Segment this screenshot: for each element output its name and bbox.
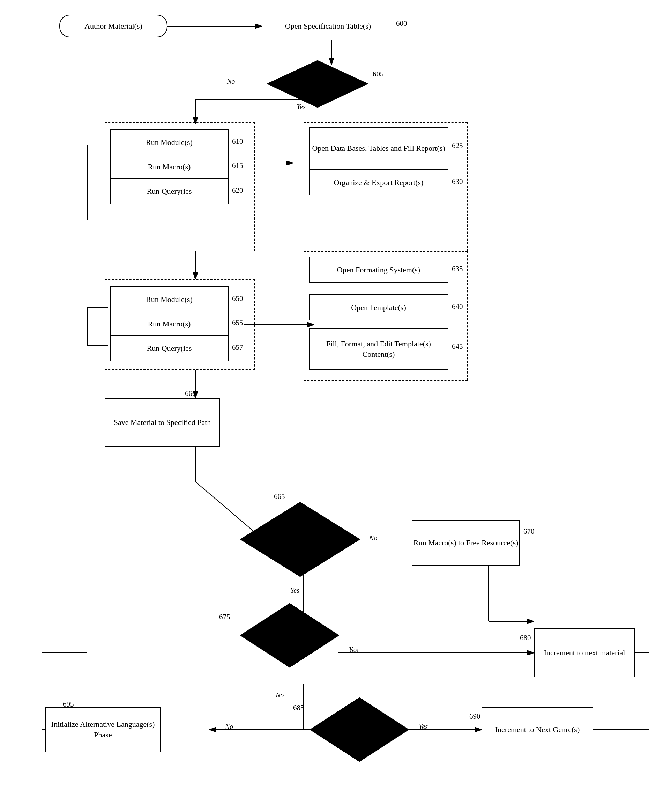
organize-label: Organize & Export Report(s) [334,177,424,188]
yes3-label: Yes [349,646,358,654]
run-macro-free-num: 670 [524,527,535,536]
open-template-num: 640 [452,302,463,311]
organize-node: Organize & Export Report(s) [309,169,448,196]
run-module1-num: 610 [232,137,243,146]
run-macro1-label: Run Macro(s) [148,162,191,172]
increment-genre-num: 690 [469,712,480,721]
more-material-diamond: More Material? [237,600,342,670]
material-specified-diamond: Material Specified? [265,58,370,109]
run-query1-num: 620 [232,186,243,195]
yes2-label: Yes [290,587,299,595]
run-module1-node: Run Module(s) [110,129,228,156]
increment-material-node: Increment to next material [534,628,635,677]
arrows-svg [0,0,663,812]
save-material-num-label: 660 [185,389,196,398]
run-macro2-label: Run Macro(s) [148,319,191,329]
open-format-node: Open Formating System(s) [309,256,448,283]
yes1-label: Yes [297,103,306,111]
no2-label: No [369,534,377,542]
fill-format-num: 645 [452,342,463,351]
run-module2-label: Run Module(s) [146,294,192,305]
more-material-num: 675 [219,613,230,621]
material-specified-num: 605 [373,70,384,79]
sufficient-resources-diamond: Sufficeint Resources to Continue? [237,499,363,580]
run-query1-label: Run Query(ies [147,186,192,196]
init-alt-node: Initialize Alternative Language(s) Phase [45,707,160,752]
increment-material-label: Increment to next material [544,648,625,658]
init-alt-num: 695 [63,700,74,709]
material-specified-label: Material Specified? [290,79,345,89]
run-macro1-num: 615 [232,161,243,170]
diagram-container: Author Material(s) Open Specification Ta… [0,0,663,812]
sufficient-label: Sufficeint Resources to Continue? [252,535,348,544]
no3-label: No [276,691,284,699]
open-format-label: Open Formating System(s) [337,264,420,275]
open-format-num: 635 [452,264,463,273]
save-material-node: Save Material to Specified Path [105,398,220,447]
run-module2-num: 650 [232,294,243,303]
open-spec-num: 600 [396,19,407,28]
run-query2-label: Run Query(ies [147,343,192,353]
organize-num: 630 [452,177,463,186]
open-template-node: Open Template(s) [309,294,448,321]
fill-format-node: Fill, Format, and Edit Template(s) Conte… [309,328,448,370]
run-query2-node: Run Query(ies [110,335,228,361]
save-material-label: Save Material to Specified Path [114,417,211,428]
more-genre-label: More Genre(s)? [337,725,382,734]
run-macro-free-node: Run Macro(s) to Free Resource(s) [412,520,520,566]
fill-format-label: Fill, Format, and Edit Template(s) Conte… [309,339,448,359]
increment-genre-label: Increment to Next Genre(s) [495,724,580,735]
sufficient-num: 665 [274,492,285,501]
no4-label: No [225,723,233,731]
increment-material-num: 680 [520,634,531,642]
run-query1-node: Run Query(ies [110,178,228,204]
yes4-label: Yes [419,723,428,731]
increment-genre-node: Increment to Next Genre(s) [482,707,593,752]
author-material-label: Author Material(s) [84,21,142,31]
open-spec-node: Open Specification Table(s) [262,15,394,37]
more-material-label: More Material? [268,631,312,640]
open-template-label: Open Template(s) [351,302,406,313]
init-alt-label: Initialize Alternative Language(s) Phase [46,719,160,740]
more-genre-num: 685 [293,703,304,712]
run-query2-num: 657 [232,343,243,352]
author-material-node: Author Material(s) [59,15,168,37]
open-spec-label: Open Specification Table(s) [285,21,371,31]
open-db-label: Open Data Bases, Tables and Fill Report(… [312,143,445,154]
run-module1-label: Run Module(s) [146,137,192,147]
open-db-num: 625 [452,141,463,150]
open-db-node: Open Data Bases, Tables and Fill Report(… [309,127,448,169]
run-macro1-node: Run Macro(s) [110,154,228,180]
run-macro2-num: 655 [232,318,243,327]
run-macro2-node: Run Macro(s) [110,311,228,337]
run-module2-node: Run Module(s) [110,286,228,313]
no1-label: No [227,78,235,86]
run-macro-free-label: Run Macro(s) to Free Resource(s) [414,538,519,548]
more-genre-diamond: More Genre(s)? [307,695,412,765]
